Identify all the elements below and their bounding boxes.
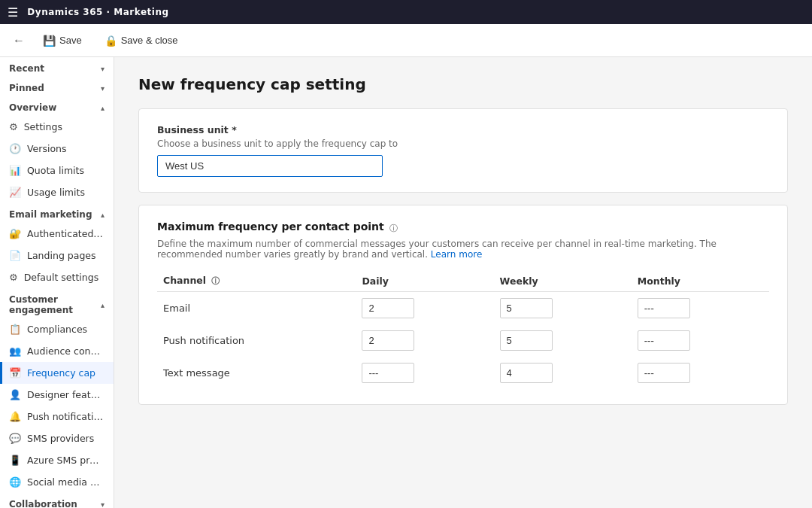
usage-icon: 📈	[9, 187, 21, 198]
table-row: Email	[157, 292, 769, 325]
email-marketing-chevron-icon: ▴	[101, 211, 105, 219]
sidebar-section-collaboration[interactable]: Collaboration ▾	[0, 493, 114, 508]
overview-chevron-icon: ▴	[101, 104, 105, 112]
frequency-cap-icon: 📅	[9, 367, 21, 379]
weekly-input-2[interactable]	[500, 363, 553, 383]
monthly-input-cell-0	[632, 292, 769, 325]
topbar: ☰ Dynamics 365 · Marketing	[0, 0, 812, 24]
overview-label: Overview	[9, 102, 56, 113]
business-unit-label: Business unit *	[157, 124, 769, 135]
daily-input-cell-1	[356, 324, 493, 357]
default-settings-icon: ⚙	[9, 272, 18, 283]
sidebar-item-default-settings[interactable]: ⚙ Default settings	[0, 266, 114, 288]
designer-feature-icon: 👤	[9, 389, 21, 400]
sidebar-item-quota[interactable]: 📊 Quota limits	[0, 160, 114, 181]
col-channel: Channel ⓘ	[157, 270, 356, 292]
audience-config-icon: 👥	[9, 345, 21, 357]
landing-pages-icon: 📄	[9, 250, 21, 261]
push-notifications-label: Push notifications	[27, 411, 105, 422]
sidebar-item-usage[interactable]: 📈 Usage limits	[0, 181, 114, 203]
auth-domain-icon: 🔐	[9, 228, 21, 239]
sidebar-item-versions[interactable]: 🕐 Versions	[0, 138, 114, 160]
daily-input-cell-0	[356, 292, 493, 325]
monthly-input-cell-1	[632, 324, 769, 357]
save-button[interactable]: 💾 Save	[35, 30, 90, 51]
back-button[interactable]: ←	[9, 30, 29, 51]
customer-engagement-label: Customer engagement	[9, 294, 101, 315]
monthly-input-1[interactable]	[638, 330, 690, 351]
sidebar: Recent ▾ Pinned ▾ Overview ▴ ⚙ Settings …	[0, 57, 114, 508]
back-icon: ←	[13, 34, 25, 47]
sidebar-section-overview[interactable]: Overview ▴	[0, 96, 114, 116]
app-title: Dynamics 365 · Marketing	[27, 7, 168, 17]
sidebar-item-authenticated-domain[interactable]: 🔐 Authenticated domai...	[0, 223, 114, 245]
frequency-card-description: Define the maximum number of commercial …	[157, 239, 769, 260]
table-row: Text message	[157, 357, 769, 389]
monthly-input-cell-2	[632, 357, 769, 389]
frequency-card: Maximum frequency per contact point ⓘ De…	[138, 205, 788, 405]
push-notifications-icon: 🔔	[9, 411, 21, 422]
email-marketing-label: Email marketing	[9, 209, 92, 220]
col-weekly: Weekly	[494, 270, 632, 292]
frequency-info-icon[interactable]: ⓘ	[389, 223, 398, 234]
sidebar-item-frequency-cap[interactable]: 📅 Frequency cap	[0, 362, 114, 384]
channel-name-0: Email	[157, 292, 356, 325]
business-unit-input[interactable]	[157, 155, 383, 177]
business-unit-sublabel: Choose a business unit to apply the freq…	[157, 138, 769, 149]
sidebar-item-sms-providers[interactable]: 💬 SMS providers	[0, 427, 114, 449]
save-icon: 💾	[43, 35, 56, 47]
settings-label: Settings	[24, 121, 105, 132]
sidebar-item-push-notifications[interactable]: 🔔 Push notifications	[0, 406, 114, 427]
channel-name-1: Push notification	[157, 324, 356, 357]
monthly-input-2[interactable]	[638, 363, 690, 383]
daily-input-2[interactable]	[362, 363, 414, 383]
weekly-input-1[interactable]	[500, 330, 553, 351]
daily-input-0[interactable]	[362, 298, 414, 318]
auth-domain-label: Authenticated domai...	[27, 228, 105, 239]
frequency-cap-label: Frequency cap	[27, 367, 105, 379]
col-monthly: Monthly	[632, 270, 769, 292]
sidebar-group-pinned[interactable]: Pinned ▾	[0, 77, 114, 96]
collaboration-label: Collaboration	[9, 499, 77, 508]
sidebar-item-azure-sms[interactable]: 📱 Azure SMS preview	[0, 449, 114, 471]
hamburger-icon[interactable]: ☰	[8, 5, 18, 20]
sidebar-item-designer-feature[interactable]: 👤 Designer feature pro...	[0, 384, 114, 406]
weekly-input-cell-0	[494, 292, 632, 325]
sms-providers-label: SMS providers	[27, 433, 105, 444]
sms-providers-icon: 💬	[9, 433, 21, 444]
sidebar-item-audience-config[interactable]: 👥 Audience configurati...	[0, 340, 114, 362]
channel-info-icon[interactable]: ⓘ	[211, 275, 220, 287]
weekly-input-cell-2	[494, 357, 632, 389]
sidebar-section-customer-engagement[interactable]: Customer engagement ▴	[0, 288, 114, 318]
quota-icon: 📊	[9, 165, 21, 176]
collaboration-chevron-icon: ▾	[101, 500, 105, 509]
frequency-table: Channel ⓘ Daily Weekly Monthly EmailPush…	[157, 270, 769, 389]
col-daily: Daily	[356, 270, 493, 292]
sidebar-item-compliances[interactable]: 📋 Compliances	[0, 318, 114, 340]
settings-icon: ⚙	[9, 121, 18, 132]
compliances-label: Compliances	[27, 324, 105, 335]
social-media-label: Social media accounts	[27, 476, 105, 488]
content-area: New frequency cap setting Business unit …	[114, 57, 812, 508]
recent-chevron-icon: ▾	[101, 65, 105, 73]
audience-config-label: Audience configurati...	[27, 345, 105, 357]
sidebar-item-settings[interactable]: ⚙ Settings	[0, 116, 114, 138]
versions-icon: 🕐	[9, 143, 21, 154]
learn-more-link[interactable]: Learn more	[431, 249, 482, 260]
sidebar-group-recent[interactable]: Recent ▾	[0, 57, 114, 77]
social-media-icon: 🌐	[9, 476, 21, 488]
sidebar-item-social-media[interactable]: 🌐 Social media accounts	[0, 471, 114, 493]
sidebar-group-recent-label: Recent	[9, 63, 44, 74]
sidebar-item-landing-pages[interactable]: 📄 Landing pages	[0, 245, 114, 266]
azure-sms-icon: 📱	[9, 455, 21, 466]
channel-name-2: Text message	[157, 357, 356, 389]
compliances-icon: 📋	[9, 324, 21, 335]
weekly-input-0[interactable]	[500, 298, 553, 318]
daily-input-cell-2	[356, 357, 493, 389]
monthly-input-0[interactable]	[638, 298, 690, 318]
table-row: Push notification	[157, 324, 769, 357]
sidebar-section-email-marketing[interactable]: Email marketing ▴	[0, 203, 114, 223]
save-label: Save	[59, 35, 82, 46]
save-close-button[interactable]: 🔒 Save & close	[96, 30, 186, 51]
daily-input-1[interactable]	[362, 330, 414, 351]
